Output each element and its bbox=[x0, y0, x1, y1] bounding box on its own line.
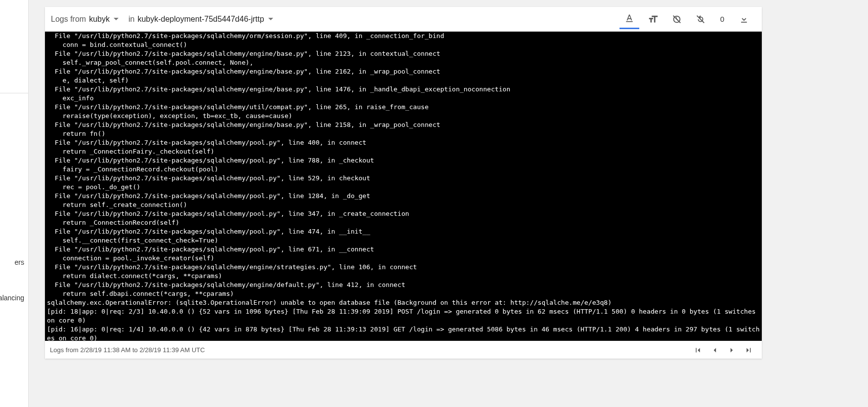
log-line: [pid: 16|app: 0|req: 1/4] 10.40.0.0 () {… bbox=[47, 325, 760, 341]
log-line: File "/usr/lib/python2.7/site-packages/s… bbox=[47, 174, 760, 183]
new-logs-count: 0 bbox=[712, 15, 732, 23]
log-line: File "/usr/lib/python2.7/site-packages/s… bbox=[47, 156, 760, 165]
text-format-button[interactable] bbox=[620, 9, 639, 29]
log-line: return dialect.connect(*cargs, **cparams… bbox=[47, 272, 760, 281]
log-line: File "/usr/lib/python2.7/site-packages/s… bbox=[47, 67, 760, 76]
logs-header: Logs from kubyk in kubyk-deployment-75d5… bbox=[45, 7, 762, 32]
logs-footer: Logs from 2/28/19 11:38 AM to 2/28/19 11… bbox=[45, 341, 762, 359]
source-selector[interactable]: Logs from kubyk bbox=[51, 15, 119, 24]
log-line: File "/usr/lib/python2.7/site-packages/s… bbox=[47, 227, 760, 236]
page-last-icon bbox=[744, 346, 753, 355]
nav-item[interactable]: ers bbox=[0, 251, 28, 273]
text-a-icon bbox=[624, 13, 634, 23]
log-line: connection = pool._invoke_creator(self) bbox=[47, 254, 760, 263]
log-line: File "/usr/lib/python2.7/site-packages/s… bbox=[47, 103, 760, 112]
log-line: File "/usr/lib/python2.7/site-packages/s… bbox=[47, 121, 760, 129]
page-first-button[interactable] bbox=[690, 342, 706, 359]
text-size-button[interactable] bbox=[643, 9, 663, 29]
page-last-button[interactable] bbox=[740, 342, 757, 359]
left-navigation: ersalancing bbox=[0, 0, 29, 407]
container-selector-label: in bbox=[128, 15, 134, 24]
text-size-icon bbox=[648, 14, 659, 25]
log-line: return fn() bbox=[47, 129, 760, 138]
container-selector[interactable]: in kubyk-deployment-75d5447d46-jrttp bbox=[128, 15, 273, 24]
svg-rect-0 bbox=[626, 21, 632, 22]
log-line: return _ConnectionRecord(self) bbox=[47, 218, 760, 227]
log-output[interactable]: File "/usr/lib/python2.7/site-packages/s… bbox=[45, 32, 762, 341]
log-line: self.__connect(first_connect_check=True) bbox=[47, 236, 760, 245]
log-line: File "/usr/lib/python2.7/site-packages/s… bbox=[47, 32, 760, 41]
log-line: return _ConnectionFairy._checkout(self) bbox=[47, 147, 760, 156]
log-line: File "/usr/lib/python2.7/site-packages/s… bbox=[47, 49, 760, 58]
refresh-off-icon bbox=[695, 14, 706, 25]
source-selector-value: kubyk bbox=[89, 15, 110, 24]
log-line: File "/usr/lib/python2.7/site-packages/s… bbox=[47, 245, 760, 254]
clock-off-icon bbox=[671, 14, 682, 25]
log-line: conn = bind.contextual_connect() bbox=[47, 41, 760, 49]
refresh-off-button[interactable] bbox=[691, 9, 710, 29]
chevron-down-icon bbox=[268, 18, 273, 20]
log-line: return self._create_connection() bbox=[47, 201, 760, 209]
log-line: return self.dbapi.connect(*cargs, **cpar… bbox=[47, 289, 760, 298]
page-first-icon bbox=[694, 346, 703, 355]
timestamp-toggle-button[interactable] bbox=[667, 9, 687, 29]
log-line: reraise(type(exception), exception, tb=e… bbox=[47, 112, 760, 121]
chevron-down-icon bbox=[114, 18, 119, 20]
logs-panel: Logs from kubyk in kubyk-deployment-75d5… bbox=[45, 7, 762, 359]
chevron-right-icon bbox=[727, 346, 736, 355]
log-line: File "/usr/lib/python2.7/site-packages/s… bbox=[47, 85, 760, 94]
log-line: [pid: 18|app: 0|req: 2/3] 10.40.0.0 () {… bbox=[47, 307, 760, 325]
log-line: File "/usr/lib/python2.7/site-packages/s… bbox=[47, 263, 760, 272]
log-line: File "/usr/lib/python2.7/site-packages/s… bbox=[47, 192, 760, 201]
source-selector-label: Logs from bbox=[51, 15, 86, 24]
log-line: File "/usr/lib/python2.7/site-packages/s… bbox=[47, 138, 760, 147]
nav-item[interactable]: alancing bbox=[0, 287, 28, 309]
chevron-left-icon bbox=[710, 346, 719, 355]
download-button[interactable] bbox=[734, 9, 754, 29]
log-line: fairy = _ConnectionRecord.checkout(pool) bbox=[47, 165, 760, 174]
log-line: rec = pool._do_get() bbox=[47, 183, 760, 192]
log-line: File "/usr/lib/python2.7/site-packages/s… bbox=[47, 281, 760, 289]
log-line: sqlalchemy.exc.OperationalError: (sqlite… bbox=[47, 298, 760, 307]
nav-divider bbox=[0, 93, 28, 93]
log-line: e, dialect, self) bbox=[47, 76, 760, 85]
time-range-text: Logs from 2/28/19 11:38 AM to 2/28/19 11… bbox=[50, 346, 205, 354]
log-line: self._wrap_pool_connect(self.pool.connec… bbox=[47, 58, 760, 67]
log-line: exc_info bbox=[47, 94, 760, 103]
container-selector-value: kubyk-deployment-75d5447d46-jrttp bbox=[137, 15, 264, 24]
log-line: File "/usr/lib/python2.7/site-packages/s… bbox=[47, 209, 760, 218]
page-next-button[interactable] bbox=[723, 342, 740, 359]
page-prev-button[interactable] bbox=[706, 342, 723, 359]
download-icon bbox=[739, 14, 749, 24]
